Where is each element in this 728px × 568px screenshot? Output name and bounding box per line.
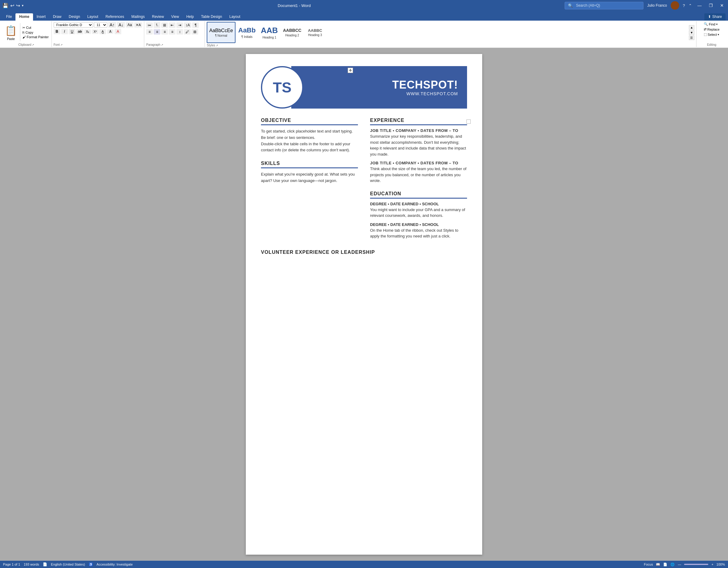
cut-button[interactable]: ✂ Cut [22, 25, 50, 30]
undo-icon[interactable]: ↩ [10, 3, 14, 8]
underline-button[interactable]: U [69, 29, 75, 34]
search-box[interactable]: 🔍 Search (Alt+Q) [565, 2, 643, 9]
italic-button[interactable]: I [61, 29, 68, 34]
styles-expand[interactable]: ☰ [689, 35, 694, 40]
find-button[interactable]: 🔍 Find ▾ [703, 22, 719, 26]
zoom-in-icon[interactable]: + [711, 563, 713, 566]
skills-title[interactable]: SKILLS [261, 161, 358, 166]
borders-button[interactable]: ⊞ [192, 29, 198, 35]
tab-review[interactable]: Review [149, 13, 168, 21]
company-url[interactable]: WWW.TECHSPOT.COM [406, 91, 458, 96]
quick-access-more-icon[interactable]: ▾ [22, 4, 24, 8]
multilevel-button[interactable]: ⊞ [161, 22, 168, 28]
increase-font-button[interactable]: A↑ [108, 22, 116, 28]
zoom-slider[interactable] [684, 564, 708, 565]
degree2-desc[interactable]: On the Home tab of the ribbon, check out… [370, 227, 467, 239]
tab-file[interactable]: File [2, 13, 15, 21]
collapse-ribbon-icon[interactable]: ⌃ [689, 3, 692, 8]
font-family-select[interactable]: Franklin Gothic D [54, 22, 93, 28]
show-marks-button[interactable]: ¶ [192, 22, 199, 28]
web-layout-icon[interactable]: 🌐 [670, 563, 675, 566]
volunteer-title[interactable]: VOLUNTEER EXPERIENCE OR LEADERSHIP [261, 249, 467, 255]
page[interactable]: TS TECHSPOT! WWW.TECHSPOT.COM ✛ OBJECTIV… [246, 54, 482, 555]
copy-button[interactable]: ⎘ Copy [22, 30, 50, 35]
format-painter-button[interactable]: 🖌 Format Painter [22, 35, 50, 39]
close-button[interactable]: ✕ [718, 3, 726, 8]
increase-indent-button[interactable]: ⇥ [176, 22, 183, 28]
language[interactable]: English (United States) [51, 563, 85, 566]
objective-title[interactable]: OBJECTIVE [261, 118, 358, 123]
font-color-button[interactable]: A [115, 29, 121, 34]
job1-title[interactable]: JOB TITLE • COMPANY • DATES FROM – TO [370, 128, 467, 133]
decrease-indent-button[interactable]: ⇤ [169, 22, 175, 28]
resize-handle[interactable] [466, 119, 471, 124]
tab-help[interactable]: Help [183, 13, 198, 21]
tab-table-design[interactable]: Table Design [197, 13, 225, 21]
tab-insert[interactable]: Insert [33, 13, 49, 21]
replace-button[interactable]: ⇄ Replace [703, 27, 720, 32]
company-name[interactable]: TECHSPOT! [392, 78, 458, 91]
tab-references[interactable]: References [102, 13, 128, 21]
tab-view[interactable]: View [168, 13, 183, 21]
select-dropdown-icon[interactable]: ▾ [718, 33, 719, 36]
tab-draw[interactable]: Draw [49, 13, 65, 21]
bullets-button[interactable]: ≔ [146, 22, 153, 28]
degree2-title[interactable]: DEGREE • DATE EARNED • SCHOOL [370, 222, 467, 227]
save-icon[interactable]: 💾 [2, 3, 8, 8]
styles-scroll-up[interactable]: ▲ [689, 25, 694, 30]
style-heading2[interactable]: AABBCC Heading 2 [281, 22, 304, 43]
align-center-button[interactable]: ≡ [154, 29, 160, 35]
restore-button[interactable]: ❐ [707, 3, 715, 8]
shading-button[interactable]: 🖊 [184, 29, 191, 35]
clipboard-dialog-icon[interactable]: ↗ [32, 43, 34, 46]
zoom-out-icon[interactable]: — [678, 563, 681, 566]
zoom-level[interactable]: 100% [716, 563, 725, 566]
degree1-title[interactable]: DEGREE • DATE EARNED • SCHOOL [370, 202, 467, 206]
align-left-button[interactable]: ≡ [146, 29, 153, 35]
help-icon[interactable]: ? [683, 3, 685, 8]
redo-icon[interactable]: ↪ [16, 3, 20, 8]
align-right-button[interactable]: ≡ [161, 29, 168, 35]
find-dropdown-icon[interactable]: ▾ [716, 23, 718, 26]
style-heading3[interactable]: AABBC Heading 3 [304, 22, 326, 43]
sort-button[interactable]: ↕A [184, 22, 191, 28]
tab-mailings[interactable]: Mailings [128, 13, 148, 21]
tab-design[interactable]: Design [65, 13, 84, 21]
minimize-button[interactable]: — [696, 3, 703, 8]
change-case-button[interactable]: Aa [126, 22, 133, 28]
decrease-font-button[interactable]: A↓ [117, 22, 125, 28]
clear-format-button[interactable]: ✕A [134, 22, 142, 28]
education-title[interactable]: EDUCATION [370, 191, 467, 196]
font-dialog-icon[interactable]: ↗ [60, 43, 63, 46]
experience-title[interactable]: EXPERIENCE [370, 118, 467, 123]
print-layout-icon[interactable]: 📄 [663, 563, 667, 566]
style-normal[interactable]: AaBbCcEe ¶ Normal [207, 22, 235, 43]
line-spacing-button[interactable]: ↕ [176, 29, 183, 35]
objective-body[interactable]: To get started, click placeholder text a… [261, 128, 358, 153]
subscript-button[interactable]: X₂ [84, 29, 91, 34]
focus-button[interactable]: Focus [644, 563, 653, 566]
tab-home[interactable]: Home [15, 13, 33, 21]
tab-table-layout[interactable]: Layout [226, 13, 244, 21]
skills-body[interactable]: Explain what you're especially good at. … [261, 171, 358, 184]
accessibility-label[interactable]: Accessibility: Investigate [97, 563, 133, 566]
job2-title[interactable]: JOB TITLE • COMPANY • DATES FROM – TO [370, 161, 467, 165]
font-size-select[interactable]: 11 [94, 22, 107, 28]
bold-button[interactable]: B [54, 29, 60, 34]
text-effects-button[interactable]: A̲ [99, 29, 106, 34]
share-button[interactable]: ⬆ Share [704, 13, 726, 21]
degree1-desc[interactable]: You might want to include your GPA and a… [370, 207, 467, 219]
read-mode-icon[interactable]: 📖 [656, 563, 660, 566]
justify-button[interactable]: ≡ [169, 29, 175, 35]
paste-button[interactable]: 📋 [3, 24, 19, 37]
document-area[interactable]: TS TECHSPOT! WWW.TECHSPOT.COM ✛ OBJECTIV… [0, 48, 728, 561]
job2-desc[interactable]: Think about the size of the team you led… [370, 166, 467, 184]
paragraph-dialog-icon[interactable]: ↗ [161, 43, 163, 46]
highlight-color-button[interactable]: Ā [107, 29, 114, 34]
numbering-button[interactable]: ⒈ [154, 22, 160, 28]
styles-dialog-icon[interactable]: ↗ [216, 44, 218, 47]
styles-scroll-down[interactable]: ▼ [689, 30, 694, 35]
style-initials[interactable]: AaBb ¶ Initials [236, 22, 258, 43]
tab-layout[interactable]: Layout [84, 13, 102, 21]
select-button[interactable]: ⬚ Select ▾ [703, 32, 720, 37]
